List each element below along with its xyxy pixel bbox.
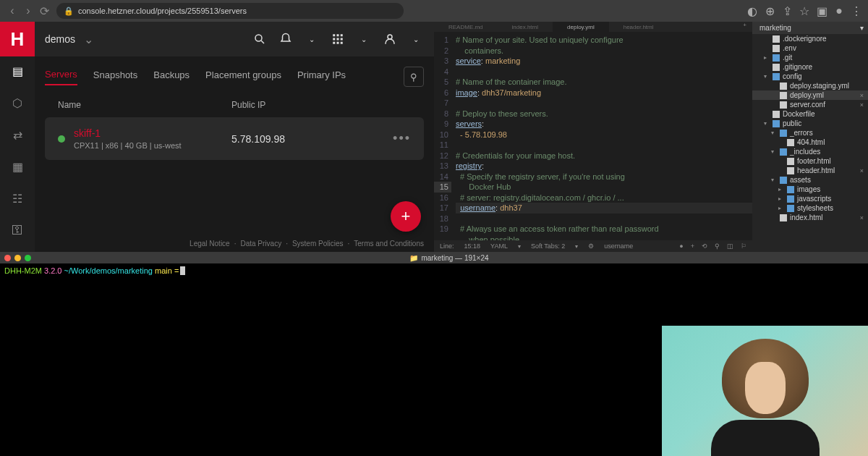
chevron-down-icon[interactable]: ▾ (575, 243, 578, 250)
tree-item[interactable]: .env (752, 43, 868, 53)
bell-icon[interactable] (278, 31, 294, 47)
row-menu-icon[interactable]: ••• (393, 131, 411, 146)
new-tab-icon[interactable]: + (737, 22, 752, 32)
cursor (180, 266, 185, 275)
tree-item[interactable]: .dockerignore (752, 34, 868, 43)
server-spec: CPX11 | x86 | 40 GB | us-west (74, 141, 231, 150)
close-icon[interactable]: × (860, 214, 864, 221)
editor-tab[interactable]: header.html (609, 22, 668, 32)
menu-icon[interactable]: ⋮ (851, 5, 862, 17)
search-icon[interactable] (252, 31, 268, 47)
browser-chrome-bar: ‹ › ⟳ 🔒 console.hetzner.cloud/projects/2… (0, 0, 868, 22)
sb-symbol[interactable]: username (604, 242, 633, 250)
tree-item[interactable]: ▾assets (752, 175, 868, 185)
chevron-down-icon[interactable]: ⌄ (84, 33, 93, 46)
tab-placement-groups[interactable]: Placement groups (205, 69, 281, 85)
volumes-nav-icon[interactable]: ⬡ (10, 96, 25, 110)
resource-tabs: Servers Snapshots Backups Placement grou… (45, 56, 424, 93)
tree-item[interactable]: header.html× (752, 166, 868, 175)
webcam-overlay (662, 326, 868, 456)
sb-softtabs[interactable]: Soft Tabs: 2 (531, 242, 565, 250)
tree-item[interactable]: index.html× (752, 213, 868, 222)
link-terms[interactable]: Terms and Conditions (354, 240, 424, 248)
editor-tab[interactable]: index.html (498, 22, 553, 32)
close-icon[interactable]: × (860, 92, 864, 99)
folder-icon (787, 205, 794, 212)
reload-icon[interactable]: ⟳ (38, 4, 51, 17)
link-privacy[interactable]: Data Privacy (240, 240, 281, 248)
extension-icon[interactable]: ◐ (746, 5, 758, 17)
tree-item[interactable]: Dockerfile (752, 109, 868, 119)
editor-tab-active[interactable]: deploy.yml (553, 22, 609, 32)
security-nav-icon[interactable]: ⚿ (10, 223, 25, 237)
network-nav-icon[interactable]: ⇄ (10, 127, 25, 142)
server-row[interactable]: skiff-1 CPX11 | x86 | 40 GB | us-west 5.… (45, 117, 424, 160)
code-content[interactable]: # Name of your site. Used to uniquely co… (456, 32, 752, 240)
sb-line-label: Line: (440, 242, 454, 250)
code-area[interactable]: 12345678910111213141516171819 # Name of … (434, 32, 752, 240)
star-icon[interactable]: ☆ (799, 5, 810, 17)
zoom-icon[interactable]: ⊕ (764, 5, 775, 17)
servers-nav-icon[interactable]: ▤ (10, 64, 25, 78)
tree-item[interactable]: ▸javascripts (752, 194, 868, 203)
url-bar[interactable]: 🔒 console.hetzner.cloud/projects/2559513… (56, 3, 404, 19)
tree-item[interactable]: ▾_errors (752, 128, 868, 138)
split-icon[interactable]: ◫ (727, 242, 733, 250)
hetzner-logo[interactable]: H (0, 22, 35, 56)
add-server-button[interactable]: + (391, 201, 421, 232)
tree-item[interactable]: ▾public (752, 119, 868, 128)
sync-icon[interactable]: ⟲ (702, 242, 707, 250)
tree-item[interactable]: server.conf× (752, 100, 868, 109)
chevron-down-icon[interactable]: ▾ (518, 243, 521, 250)
firewall-nav-icon[interactable]: ▦ (10, 159, 25, 174)
tree-item[interactable]: ▾config (752, 72, 868, 81)
user-icon[interactable] (382, 31, 398, 47)
plus-icon[interactable]: + (691, 242, 694, 250)
tab-servers[interactable]: Servers (45, 69, 77, 85)
tree-item[interactable]: deploy.staging.yml (752, 81, 868, 90)
share-icon[interactable]: ⇪ (781, 5, 793, 17)
tree-item[interactable]: deploy.yml× (752, 90, 868, 100)
close-icon[interactable]: × (860, 101, 864, 109)
gear-icon[interactable]: ⚙ (588, 242, 594, 250)
tab-backups[interactable]: Backups (153, 69, 190, 85)
tree-item[interactable]: .gitignore (752, 62, 868, 72)
back-icon[interactable]: ‹ (6, 4, 19, 17)
tree-item[interactable]: 404.html (752, 138, 868, 147)
hetzner-sidebar: ▤ ⬡ ⇄ ▦ ☷ ⚿ (0, 56, 35, 252)
tab-snapshots[interactable]: Snapshots (93, 69, 137, 85)
loadbalancer-nav-icon[interactable]: ☷ (10, 191, 25, 206)
link-policies[interactable]: System Policies (292, 240, 344, 248)
forward-icon[interactable]: › (22, 4, 35, 17)
server-name[interactable]: skiff-1 (74, 127, 231, 139)
close-icon[interactable]: × (860, 167, 864, 174)
editor-tab[interactable]: README.md (434, 22, 498, 32)
panel-icon[interactable]: ▣ (816, 5, 827, 17)
tree-item[interactable]: ▾_includes (752, 147, 868, 156)
link-legal[interactable]: Legal Notice (190, 240, 230, 248)
folder-icon (780, 130, 787, 137)
tab-primary-ips[interactable]: Primary IPs (297, 69, 346, 85)
chevron-down-icon[interactable]: ⌄ (304, 31, 320, 47)
tree-root[interactable]: marketing ▾ (752, 22, 868, 34)
record-icon[interactable]: ● (679, 242, 683, 250)
profile-icon[interactable]: ● (833, 5, 845, 17)
apps-grid-icon[interactable] (330, 31, 346, 47)
tree-item[interactable]: footer.html (752, 156, 868, 166)
maximize-icon[interactable] (25, 255, 31, 261)
svg-rect-9 (337, 42, 339, 44)
sb-lang[interactable]: YAML (490, 242, 508, 250)
table-header: Name Public IP (45, 93, 424, 117)
chevron-down-icon[interactable]: ⌄ (356, 31, 372, 47)
filter-icon[interactable]: ⚲ (404, 67, 424, 87)
flag-icon[interactable]: ⚐ (741, 242, 746, 250)
search-icon[interactable]: ⚲ (715, 242, 720, 250)
chevron-down-icon[interactable]: ⌄ (408, 31, 424, 47)
tree-item[interactable]: ▸images (752, 185, 868, 194)
chevron-down-icon[interactable]: ▾ (860, 24, 864, 32)
tree-item[interactable]: ▸.git (752, 53, 868, 62)
minimize-icon[interactable] (14, 255, 21, 261)
close-icon[interactable] (4, 255, 11, 261)
tree-item[interactable]: ▸stylesheets (752, 203, 868, 213)
project-selector[interactable]: demos (45, 33, 75, 45)
